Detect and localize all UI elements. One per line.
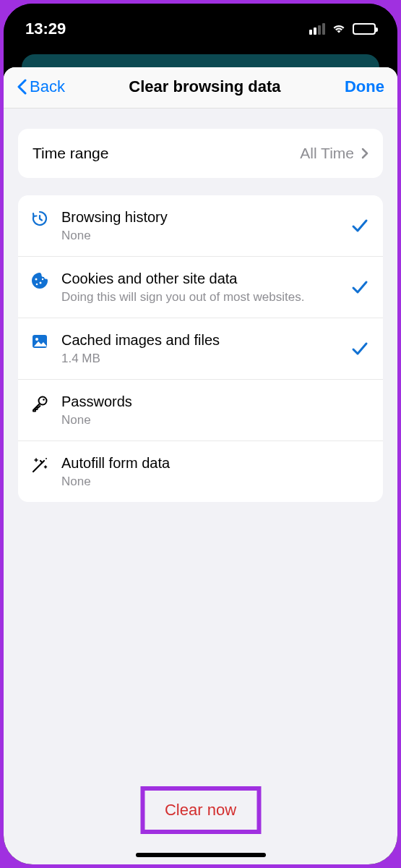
image-icon — [30, 333, 50, 350]
time-range-value: All Time — [300, 145, 354, 162]
time-range-label: Time range — [33, 145, 108, 162]
back-label: Back — [30, 77, 65, 96]
row-subtitle: Doing this will sign you out of most web… — [61, 289, 340, 305]
battery-icon — [353, 23, 376, 35]
row-title: Cached images and files — [61, 331, 340, 349]
wand-icon — [30, 456, 50, 475]
checkmark-icon — [351, 341, 368, 356]
browsing-history-row[interactable]: Browsing history None — [18, 195, 383, 257]
home-indicator[interactable] — [136, 853, 266, 857]
svg-point-2 — [36, 284, 38, 286]
cellular-signal-icon — [309, 23, 325, 35]
highlight-annotation: Clear now — [140, 786, 261, 834]
cookie-icon — [30, 271, 50, 290]
svg-point-7 — [43, 399, 45, 401]
row-title: Cookies and other site data — [61, 269, 340, 288]
checkmark-icon — [351, 280, 368, 294]
status-icons — [309, 23, 376, 35]
status-time: 13:29 — [25, 20, 66, 38]
passwords-row[interactable]: Passwords None — [18, 380, 383, 441]
svg-point-8 — [46, 458, 47, 459]
history-icon — [30, 210, 50, 227]
data-types-section: Browsing history None — [18, 195, 383, 502]
autofill-row[interactable]: Autofill form data None — [18, 441, 383, 502]
row-title: Passwords — [61, 392, 368, 411]
navigation-bar: Back Clear browsing data Done — [4, 67, 397, 109]
done-button[interactable]: Done — [345, 77, 384, 96]
time-range-row[interactable]: Time range All Time — [18, 129, 383, 178]
time-range-section: Time range All Time — [18, 129, 383, 178]
page-title: Clear browsing data — [129, 77, 280, 96]
cached-images-row[interactable]: Cached images and files 1.4 MB — [18, 318, 383, 380]
clear-now-button[interactable]: Clear now — [165, 801, 236, 820]
row-subtitle: 1.4 MB — [61, 351, 340, 367]
back-button[interactable]: Back — [17, 77, 65, 96]
row-title: Autofill form data — [61, 454, 368, 472]
svg-point-6 — [39, 397, 47, 405]
chevron-right-icon — [361, 148, 368, 159]
key-icon — [30, 394, 50, 413]
svg-point-5 — [35, 338, 38, 341]
wifi-icon — [331, 23, 347, 35]
cookies-row[interactable]: Cookies and other site data Doing this w… — [18, 257, 383, 318]
checkmark-icon — [351, 218, 368, 233]
svg-point-1 — [40, 282, 42, 284]
row-subtitle: None — [61, 228, 340, 244]
background-app-peek — [22, 54, 379, 67]
row-title: Browsing history — [61, 208, 340, 226]
svg-point-0 — [35, 278, 38, 281]
svg-point-3 — [42, 278, 43, 280]
row-subtitle: None — [61, 412, 368, 428]
status-bar: 13:29 — [4, 4, 397, 54]
row-subtitle: None — [61, 474, 368, 490]
